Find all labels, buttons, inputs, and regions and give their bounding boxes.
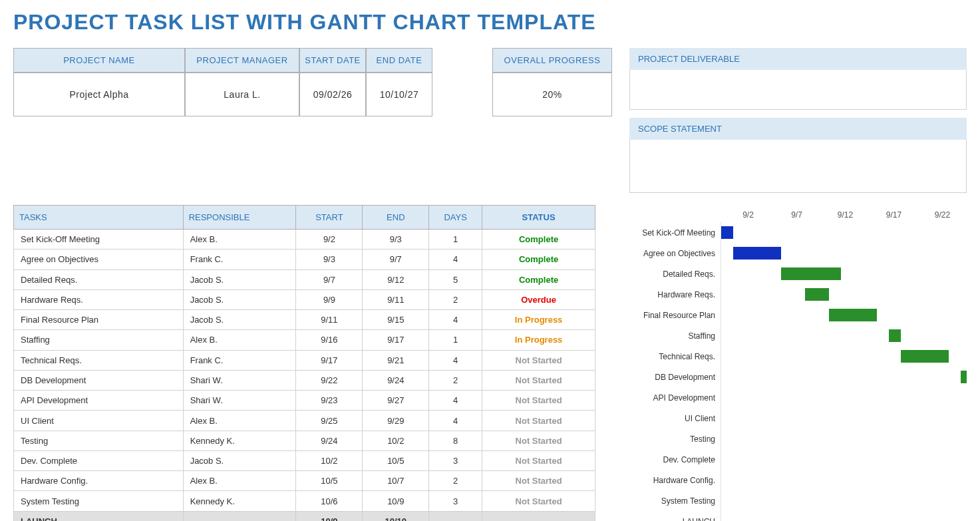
status-cell[interactable]: Not Started [482, 450, 595, 470]
start-cell[interactable]: 9/2 [296, 230, 363, 250]
days-cell[interactable]: 4 [429, 250, 482, 269]
status-cell[interactable]: Not Started [482, 471, 595, 491]
task-name-cell[interactable]: Testing [14, 431, 184, 450]
end-cell[interactable]: 9/24 [363, 370, 429, 390]
end-cell[interactable]: 9/7 [363, 250, 429, 269]
responsible-cell[interactable]: Alex B. [183, 330, 296, 350]
days-cell[interactable]: 1 [429, 330, 482, 350]
table-row[interactable]: Detailed Reqs.Jacob S.9/79/125Complete [14, 269, 595, 289]
table-row[interactable]: Set Kick-Off MeetingAlex B.9/29/31Comple… [14, 230, 595, 250]
task-name-cell[interactable]: API Development [14, 391, 184, 411]
task-name-cell[interactable]: Agree on Objectives [14, 250, 184, 269]
table-row[interactable]: System TestingKennedy K.10/610/93Not Sta… [14, 491, 595, 511]
start-cell[interactable]: 9/24 [296, 431, 363, 450]
responsible-cell[interactable]: Alex B. [183, 411, 296, 431]
task-name-cell[interactable]: Detailed Reqs. [14, 269, 184, 289]
end-cell[interactable]: 9/12 [363, 269, 429, 289]
start-cell[interactable]: 9/7 [296, 269, 363, 289]
task-name-cell[interactable]: DB Development [14, 370, 184, 390]
task-name-cell[interactable]: Final Resource Plan [14, 310, 184, 330]
end-cell[interactable]: 9/15 [363, 310, 429, 330]
days-cell[interactable]: 8 [429, 431, 482, 450]
days-cell[interactable]: 2 [429, 370, 482, 390]
start-cell[interactable]: 9/23 [296, 391, 363, 411]
table-row[interactable]: DB DevelopmentShari W.9/229/242Not Start… [14, 370, 595, 390]
status-cell[interactable]: In Progress [482, 330, 595, 350]
days-cell[interactable]: 3 [429, 491, 482, 511]
table-row[interactable]: Technical Reqs.Frank C.9/179/214Not Star… [14, 350, 595, 370]
task-name-cell[interactable]: System Testing [14, 491, 184, 511]
task-name-cell[interactable]: Dev. Complete [14, 450, 184, 470]
table-row[interactable]: Final Resource PlanJacob S.9/119/154In P… [14, 310, 595, 330]
days-cell[interactable]: 1 [429, 230, 482, 250]
start-cell[interactable]: 10/6 [296, 491, 363, 511]
responsible-cell[interactable]: Frank C. [183, 350, 296, 370]
project-manager-cell[interactable]: Laura L. [185, 73, 299, 116]
days-cell[interactable]: 4 [429, 350, 482, 370]
task-name-cell[interactable]: Technical Reqs. [14, 350, 184, 370]
end-date-cell[interactable]: 10/10/27 [366, 73, 432, 116]
start-cell[interactable]: 9/9 [296, 289, 363, 309]
table-row[interactable]: TestingKennedy K.9/2410/28Not Started [14, 431, 595, 450]
days-cell[interactable]: 2 [429, 289, 482, 309]
end-cell[interactable]: 9/21 [363, 350, 429, 370]
start-cell[interactable]: 10/9 [296, 511, 363, 521]
days-cell[interactable]: 2 [429, 471, 482, 491]
responsible-cell[interactable]: Frank C. [183, 250, 296, 269]
status-cell[interactable]: Not Started [482, 411, 595, 431]
start-cell[interactable]: 9/25 [296, 411, 363, 431]
status-cell[interactable]: Not Started [482, 431, 595, 450]
project-deliverable-cell[interactable] [629, 70, 967, 110]
table-row[interactable]: Hardware Reqs.Jacob S.9/99/112Overdue [14, 289, 595, 309]
task-name-cell[interactable]: Set Kick-Off Meeting [14, 230, 184, 250]
end-cell[interactable]: 9/29 [363, 411, 429, 431]
scope-statement-cell[interactable] [629, 140, 967, 193]
responsible-cell[interactable]: Shari W. [183, 370, 296, 390]
project-name-cell[interactable]: Project Alpha [13, 73, 185, 116]
end-cell[interactable]: 10/9 [363, 491, 429, 511]
end-cell[interactable]: 10/10 [363, 511, 429, 521]
end-cell[interactable]: 9/17 [363, 330, 429, 350]
responsible-cell[interactable] [183, 511, 296, 521]
task-name-cell[interactable]: Hardware Config. [14, 471, 184, 491]
days-cell[interactable] [429, 511, 482, 521]
status-cell[interactable]: Not Started [482, 391, 595, 411]
status-cell[interactable]: Not Started [482, 350, 595, 370]
table-row[interactable]: Agree on ObjectivesFrank C.9/39/74Comple… [14, 250, 595, 269]
status-cell[interactable]: Complete [482, 250, 595, 269]
status-cell[interactable]: Overdue [482, 289, 595, 309]
table-row[interactable]: Dev. CompleteJacob S.10/210/53Not Starte… [14, 450, 595, 470]
status-cell[interactable]: Not Started [482, 491, 595, 511]
end-cell[interactable]: 9/11 [363, 289, 429, 309]
status-cell[interactable]: Complete [482, 230, 595, 250]
responsible-cell[interactable]: Jacob S. [183, 289, 296, 309]
end-cell[interactable]: 9/3 [363, 230, 429, 250]
start-cell[interactable]: 9/3 [296, 250, 363, 269]
responsible-cell[interactable]: Kennedy K. [183, 491, 296, 511]
end-cell[interactable]: 9/27 [363, 391, 429, 411]
start-cell[interactable]: 9/22 [296, 370, 363, 390]
responsible-cell[interactable]: Kennedy K. [183, 431, 296, 450]
task-name-cell[interactable]: Staffing [14, 330, 184, 350]
responsible-cell[interactable]: Jacob S. [183, 269, 296, 289]
end-cell[interactable]: 10/2 [363, 431, 429, 450]
start-cell[interactable]: 9/11 [296, 310, 363, 330]
task-name-cell[interactable]: UI Client [14, 411, 184, 431]
task-name-cell[interactable]: Hardware Reqs. [14, 289, 184, 309]
days-cell[interactable]: 4 [429, 310, 482, 330]
end-cell[interactable]: 10/5 [363, 450, 429, 470]
start-cell[interactable]: 10/5 [296, 471, 363, 491]
responsible-cell[interactable]: Shari W. [183, 391, 296, 411]
start-date-cell[interactable]: 09/02/26 [299, 73, 366, 116]
status-cell[interactable]: Not Started [482, 370, 595, 390]
end-cell[interactable]: 10/7 [363, 471, 429, 491]
responsible-cell[interactable]: Alex B. [183, 471, 296, 491]
start-cell[interactable]: 9/17 [296, 350, 363, 370]
table-row[interactable]: UI ClientAlex B.9/259/294Not Started [14, 411, 595, 431]
days-cell[interactable]: 4 [429, 391, 482, 411]
table-row[interactable]: LAUNCH10/910/10 [14, 511, 595, 521]
table-row[interactable]: StaffingAlex B.9/169/171In Progress [14, 330, 595, 350]
days-cell[interactable]: 3 [429, 450, 482, 470]
days-cell[interactable]: 4 [429, 411, 482, 431]
table-row[interactable]: Hardware Config.Alex B.10/510/72Not Star… [14, 471, 595, 491]
